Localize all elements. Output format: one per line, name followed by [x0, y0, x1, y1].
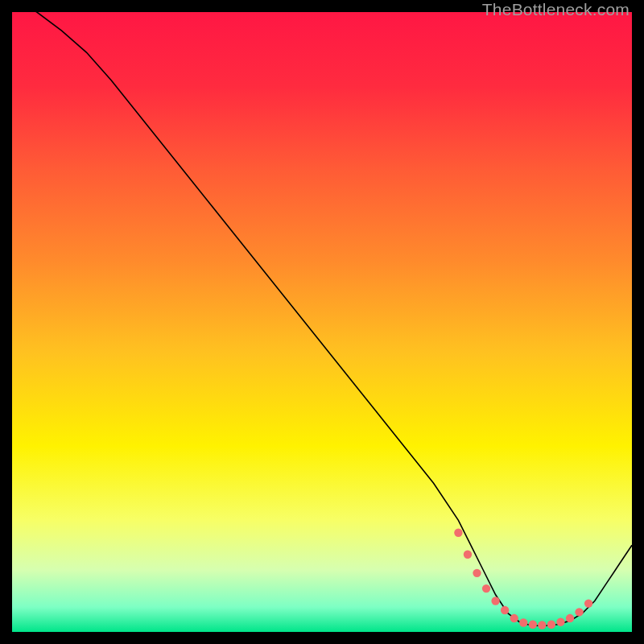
watermark-text: TheBottleneck.com [482, 0, 630, 19]
chart-plot-area [12, 12, 632, 632]
highlight-dot [556, 617, 564, 625]
highlight-dot [547, 621, 555, 629]
highlight-dot [510, 614, 518, 622]
chart-frame: TheBottleneck.com [0, 0, 644, 644]
highlight-dot [473, 569, 481, 577]
highlight-dot [464, 551, 472, 559]
highlight-dot [519, 618, 527, 626]
chart-background [12, 12, 632, 632]
highlight-dot [501, 606, 509, 614]
highlight-dot [482, 584, 490, 592]
highlight-dot [538, 621, 546, 629]
highlight-dot [584, 599, 592, 607]
highlight-dot [566, 614, 574, 622]
chart-svg [12, 12, 632, 632]
highlight-dot [529, 621, 537, 629]
highlight-dot [454, 529, 462, 537]
highlight-dot [575, 608, 583, 616]
highlight-dot [491, 597, 499, 605]
